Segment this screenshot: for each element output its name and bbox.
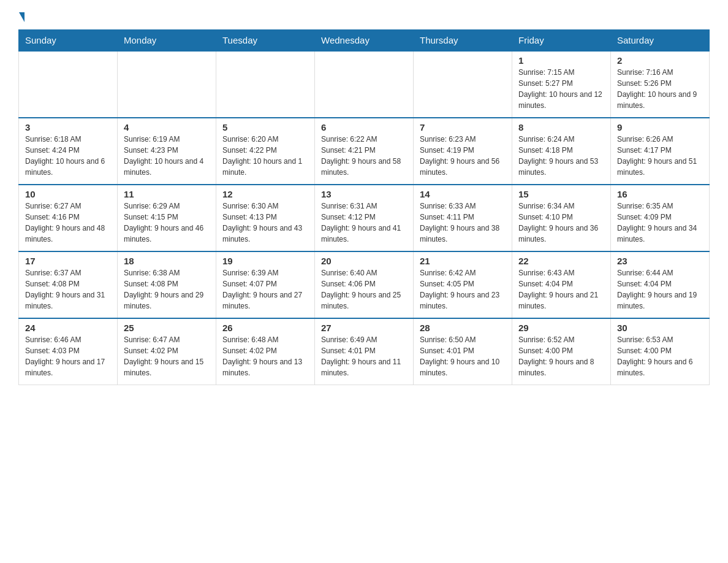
day-number: 9 (617, 122, 703, 132)
day-number: 5 (222, 122, 308, 132)
weekday-header-monday: Monday (118, 30, 216, 52)
calendar-cell (315, 51, 414, 118)
day-number: 11 (124, 189, 210, 199)
day-info: Sunrise: 6:43 AMSunset: 4:04 PMDaylight:… (518, 267, 604, 312)
day-number: 1 (518, 55, 604, 66)
weekday-header-thursday: Thursday (414, 30, 512, 52)
day-info: Sunrise: 6:19 AMSunset: 4:23 PMDaylight:… (124, 134, 210, 178)
calendar-cell: 4Sunrise: 6:19 AMSunset: 4:23 PMDaylight… (118, 118, 216, 185)
day-info: Sunrise: 6:53 AMSunset: 4:00 PMDaylight:… (617, 334, 703, 378)
day-number: 29 (518, 323, 604, 333)
calendar-cell: 19Sunrise: 6:39 AMSunset: 4:07 PMDayligh… (216, 251, 315, 318)
day-info: Sunrise: 7:15 AMSunset: 5:27 PMDaylight:… (518, 67, 604, 111)
day-info: Sunrise: 6:23 AMSunset: 4:19 PMDaylight:… (420, 134, 506, 178)
calendar-cell: 11Sunrise: 6:29 AMSunset: 4:15 PMDayligh… (118, 185, 216, 251)
calendar-row-0: 1Sunrise: 7:15 AMSunset: 5:27 PMDaylight… (19, 51, 710, 118)
calendar-cell: 3Sunrise: 6:18 AMSunset: 4:24 PMDaylight… (19, 118, 118, 185)
day-info: Sunrise: 6:31 AMSunset: 4:12 PMDaylight:… (321, 201, 407, 245)
calendar-table: SundayMondayTuesdayWednesdayThursdayFrid… (18, 29, 710, 385)
day-number: 3 (25, 122, 111, 132)
day-info: Sunrise: 6:38 AMSunset: 4:08 PMDaylight:… (124, 267, 210, 312)
day-info: Sunrise: 7:16 AMSunset: 5:26 PMDaylight:… (617, 67, 703, 111)
weekday-header-wednesday: Wednesday (315, 30, 414, 52)
calendar-cell: 12Sunrise: 6:30 AMSunset: 4:13 PMDayligh… (216, 185, 315, 251)
day-number: 27 (321, 323, 407, 333)
calendar-cell: 16Sunrise: 6:35 AMSunset: 4:09 PMDayligh… (611, 185, 710, 251)
day-number: 6 (321, 122, 407, 132)
day-info: Sunrise: 6:37 AMSunset: 4:08 PMDaylight:… (25, 267, 111, 312)
calendar-cell: 10Sunrise: 6:27 AMSunset: 4:16 PMDayligh… (19, 185, 118, 251)
calendar-cell (216, 51, 315, 118)
day-number: 12 (222, 189, 308, 199)
calendar-cell: 21Sunrise: 6:42 AMSunset: 4:05 PMDayligh… (414, 251, 512, 318)
day-info: Sunrise: 6:46 AMSunset: 4:03 PMDaylight:… (25, 334, 111, 378)
calendar-row-3: 17Sunrise: 6:37 AMSunset: 4:08 PMDayligh… (19, 251, 710, 318)
day-number: 30 (617, 323, 703, 333)
calendar-cell: 25Sunrise: 6:47 AMSunset: 4:02 PMDayligh… (118, 318, 216, 385)
logo (18, 12, 25, 18)
day-number: 22 (518, 256, 604, 266)
day-number: 2 (617, 55, 703, 66)
calendar-cell: 7Sunrise: 6:23 AMSunset: 4:19 PMDaylight… (414, 118, 512, 185)
day-info: Sunrise: 6:50 AMSunset: 4:01 PMDaylight:… (420, 334, 506, 378)
day-number: 23 (617, 256, 703, 266)
day-number: 14 (420, 189, 506, 199)
calendar-cell: 28Sunrise: 6:50 AMSunset: 4:01 PMDayligh… (414, 318, 512, 385)
day-number: 28 (420, 323, 506, 333)
day-number: 26 (222, 323, 308, 333)
day-info: Sunrise: 6:27 AMSunset: 4:16 PMDaylight:… (25, 201, 111, 245)
day-number: 18 (124, 256, 210, 266)
calendar-cell: 17Sunrise: 6:37 AMSunset: 4:08 PMDayligh… (19, 251, 118, 318)
weekday-header-tuesday: Tuesday (216, 30, 315, 52)
day-info: Sunrise: 6:26 AMSunset: 4:17 PMDaylight:… (617, 134, 703, 178)
calendar-cell: 18Sunrise: 6:38 AMSunset: 4:08 PMDayligh… (118, 251, 216, 318)
day-number: 16 (617, 189, 703, 199)
calendar-row-2: 10Sunrise: 6:27 AMSunset: 4:16 PMDayligh… (19, 185, 710, 251)
day-number: 4 (124, 122, 210, 132)
calendar-cell (414, 51, 512, 118)
day-info: Sunrise: 6:20 AMSunset: 4:22 PMDaylight:… (222, 134, 308, 178)
calendar-cell: 2Sunrise: 7:16 AMSunset: 5:26 PMDaylight… (611, 51, 710, 118)
weekday-header-saturday: Saturday (611, 30, 710, 52)
day-number: 20 (321, 256, 407, 266)
logo-arrow-icon (19, 12, 25, 22)
weekday-header-sunday: Sunday (19, 30, 118, 52)
calendar-cell (118, 51, 216, 118)
day-number: 21 (420, 256, 506, 266)
calendar-cell: 1Sunrise: 7:15 AMSunset: 5:27 PMDaylight… (512, 51, 611, 118)
calendar-cell: 26Sunrise: 6:48 AMSunset: 4:02 PMDayligh… (216, 318, 315, 385)
day-info: Sunrise: 6:39 AMSunset: 4:07 PMDaylight:… (222, 267, 308, 312)
day-info: Sunrise: 6:22 AMSunset: 4:21 PMDaylight:… (321, 134, 407, 178)
day-info: Sunrise: 6:47 AMSunset: 4:02 PMDaylight:… (124, 334, 210, 378)
day-info: Sunrise: 6:30 AMSunset: 4:13 PMDaylight:… (222, 201, 308, 245)
day-info: Sunrise: 6:44 AMSunset: 4:04 PMDaylight:… (617, 267, 703, 312)
calendar-cell: 15Sunrise: 6:34 AMSunset: 4:10 PMDayligh… (512, 185, 611, 251)
day-number: 17 (25, 256, 111, 266)
calendar-row-4: 24Sunrise: 6:46 AMSunset: 4:03 PMDayligh… (19, 318, 710, 385)
day-number: 25 (124, 323, 210, 333)
calendar-cell: 30Sunrise: 6:53 AMSunset: 4:00 PMDayligh… (611, 318, 710, 385)
weekday-header-row: SundayMondayTuesdayWednesdayThursdayFrid… (19, 30, 710, 52)
day-info: Sunrise: 6:35 AMSunset: 4:09 PMDaylight:… (617, 201, 703, 245)
calendar-cell: 27Sunrise: 6:49 AMSunset: 4:01 PMDayligh… (315, 318, 414, 385)
day-info: Sunrise: 6:52 AMSunset: 4:00 PMDaylight:… (518, 334, 604, 378)
day-info: Sunrise: 6:18 AMSunset: 4:24 PMDaylight:… (25, 134, 111, 178)
day-info: Sunrise: 6:49 AMSunset: 4:01 PMDaylight:… (321, 334, 407, 378)
calendar-cell: 20Sunrise: 6:40 AMSunset: 4:06 PMDayligh… (315, 251, 414, 318)
calendar-cell: 8Sunrise: 6:24 AMSunset: 4:18 PMDaylight… (512, 118, 611, 185)
calendar-cell (19, 51, 118, 118)
day-number: 19 (222, 256, 308, 266)
calendar-cell: 29Sunrise: 6:52 AMSunset: 4:00 PMDayligh… (512, 318, 611, 385)
day-info: Sunrise: 6:40 AMSunset: 4:06 PMDaylight:… (321, 267, 407, 312)
calendar-cell: 22Sunrise: 6:43 AMSunset: 4:04 PMDayligh… (512, 251, 611, 318)
calendar-cell: 9Sunrise: 6:26 AMSunset: 4:17 PMDaylight… (611, 118, 710, 185)
day-info: Sunrise: 6:48 AMSunset: 4:02 PMDaylight:… (222, 334, 308, 378)
day-number: 8 (518, 122, 604, 132)
day-number: 7 (420, 122, 506, 132)
day-number: 24 (25, 323, 111, 333)
calendar-cell: 24Sunrise: 6:46 AMSunset: 4:03 PMDayligh… (19, 318, 118, 385)
calendar-cell: 6Sunrise: 6:22 AMSunset: 4:21 PMDaylight… (315, 118, 414, 185)
calendar-cell: 5Sunrise: 6:20 AMSunset: 4:22 PMDaylight… (216, 118, 315, 185)
day-info: Sunrise: 6:24 AMSunset: 4:18 PMDaylight:… (518, 134, 604, 178)
day-info: Sunrise: 6:29 AMSunset: 4:15 PMDaylight:… (124, 201, 210, 245)
